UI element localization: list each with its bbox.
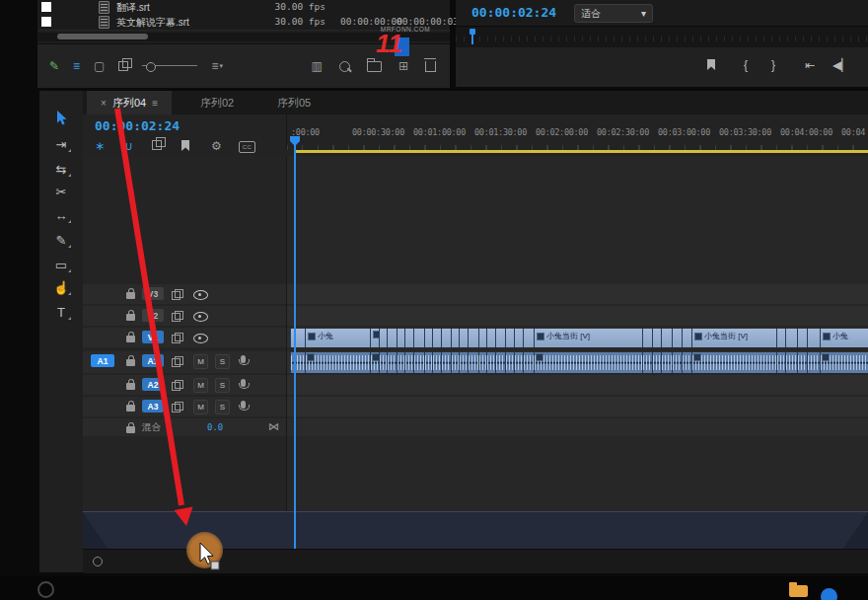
project-row[interactable]: 翻译.srt30.00 fps — [37, 0, 450, 16]
slip-tool[interactable]: ↔ — [49, 205, 73, 225]
audio-clip[interactable] — [404, 352, 413, 373]
audio-clip[interactable] — [459, 352, 468, 373]
video-clip[interactable] — [486, 329, 495, 347]
project-scrollbar-thumb[interactable] — [57, 34, 148, 39]
video-clip[interactable] — [682, 329, 691, 347]
slider-knob-icon[interactable] — [146, 62, 156, 72]
video-clip[interactable]: 小兔当街 [V] — [534, 329, 642, 347]
video-clip[interactable] — [785, 329, 797, 347]
lock-icon[interactable] — [126, 336, 135, 342]
eye-icon[interactable] — [193, 290, 208, 300]
freeform-view-icon[interactable] — [118, 61, 128, 71]
track-header-A1[interactable]: A1A1MS — [83, 351, 286, 373]
video-clip[interactable] — [652, 329, 661, 347]
hand-tool[interactable]: ☝ — [49, 277, 73, 297]
rectangle-tool[interactable]: ▭ — [49, 255, 73, 274]
master-track-value[interactable]: 0.0 — [207, 422, 223, 432]
pan-icon[interactable]: ⋈ — [268, 420, 279, 433]
audio-clip[interactable] — [432, 352, 441, 373]
sync-lock-icon[interactable] — [172, 313, 181, 322]
tab-menu-icon[interactable]: ≡ — [152, 98, 158, 109]
audio-clip[interactable] — [424, 352, 432, 373]
video-clip[interactable] — [290, 329, 305, 347]
find-icon[interactable] — [339, 61, 350, 72]
zoom-slider[interactable] — [142, 60, 197, 72]
tab-序列05[interactable]: 序列05 — [262, 91, 326, 114]
solo-button[interactable]: S — [215, 354, 230, 369]
audio-clip[interactable] — [370, 352, 379, 373]
audio-clip[interactable] — [486, 352, 495, 373]
taskbar-tray-icon[interactable] — [37, 581, 54, 598]
delete-icon[interactable] — [425, 61, 436, 72]
project-scrollbar[interactable] — [37, 33, 450, 41]
lock-icon[interactable] — [126, 359, 135, 366]
audio-clip[interactable] — [776, 352, 785, 373]
track-name-badge[interactable]: V2 — [142, 309, 164, 322]
type-tool[interactable]: T — [49, 302, 73, 322]
ripple-edit-tool[interactable]: ⇆ — [49, 159, 73, 179]
fit-dropdown[interactable]: 适合 ▾ — [574, 4, 653, 23]
sort-menu-icon[interactable]: ≡▾ — [211, 59, 223, 73]
audio-clip[interactable] — [807, 352, 820, 373]
track-name-badge[interactable]: A2 — [142, 378, 164, 391]
selection-tool[interactable] — [49, 109, 73, 128]
solo-button[interactable]: S — [215, 378, 230, 393]
video-clip[interactable] — [432, 329, 441, 347]
video-clip[interactable] — [379, 329, 387, 347]
video-clip[interactable] — [672, 329, 682, 347]
audio-clip[interactable] — [505, 352, 514, 373]
audio-clip[interactable] — [785, 352, 797, 373]
mic-icon[interactable] — [241, 401, 246, 409]
audio-clip[interactable] — [478, 352, 486, 373]
video-clip[interactable] — [505, 329, 514, 347]
sync-lock-icon[interactable] — [172, 404, 181, 412]
track-name-badge[interactable]: V1 — [142, 331, 164, 343]
video-clip[interactable] — [370, 329, 379, 347]
tab-close-icon[interactable]: × — [101, 98, 107, 109]
timeline-timecode[interactable]: 00:00:02:24 — [95, 118, 180, 133]
video-clip[interactable]: 小兔 — [820, 329, 868, 347]
edit-pencil-icon[interactable]: ✎ — [49, 60, 59, 72]
playhead-line[interactable] — [294, 144, 296, 549]
audio-clip[interactable] — [797, 352, 807, 373]
audio-clip[interactable] — [397, 352, 404, 373]
track-header-V1[interactable]: V1 — [83, 328, 286, 347]
mute-button[interactable]: M — [193, 400, 208, 414]
monitor-timecode[interactable]: 00:00:02:24 — [471, 5, 556, 20]
list-view-icon[interactable]: ≡ — [73, 60, 80, 72]
video-clip[interactable] — [495, 329, 505, 347]
video-clip[interactable] — [807, 329, 820, 347]
sync-lock-icon[interactable] — [172, 382, 181, 391]
razor-tool[interactable]: ✂ — [49, 182, 73, 201]
audio-clip[interactable] — [534, 352, 642, 373]
video-clip[interactable] — [441, 329, 451, 347]
mute-button[interactable]: M — [193, 378, 208, 393]
video-clip[interactable]: 小兔 — [305, 329, 370, 347]
track-header-V2[interactable]: V2 — [83, 306, 286, 326]
monitor-scrubber[interactable] — [456, 26, 868, 49]
sync-lock-icon[interactable] — [172, 291, 181, 300]
video-clip[interactable] — [459, 329, 468, 347]
audio-clip[interactable] — [682, 352, 691, 373]
snap-icon-wrap[interactable]: ∪ — [124, 140, 133, 152]
track-header-A3[interactable]: A3MS — [83, 397, 286, 416]
monitor-playhead[interactable] — [471, 29, 473, 44]
mark-in-button[interactable]: { — [744, 59, 748, 71]
audio-clip[interactable] — [468, 352, 478, 373]
video-clip[interactable] — [478, 329, 486, 347]
mark-out-button[interactable]: } — [771, 59, 775, 71]
video-clip[interactable] — [514, 329, 523, 347]
video-clip[interactable] — [424, 329, 432, 347]
tab-序列02[interactable]: 序列02 — [185, 91, 249, 114]
video-clip[interactable]: 小兔当街 [V] — [691, 329, 776, 347]
track-name-badge[interactable]: A1 — [142, 354, 164, 367]
audio-clip[interactable] — [691, 352, 776, 373]
pen-tool[interactable]: ✎ — [49, 230, 73, 250]
track-header-master[interactable]: 混合0.0⋈ — [83, 418, 286, 436]
audio-clip[interactable] — [451, 352, 459, 373]
taskbar-app-icon[interactable] — [821, 588, 837, 600]
nest-toggle-icon-wrap[interactable]: ∗ — [95, 140, 105, 152]
audio-clip[interactable] — [387, 352, 397, 373]
eye-icon[interactable] — [193, 312, 208, 322]
mic-icon[interactable] — [241, 355, 246, 363]
